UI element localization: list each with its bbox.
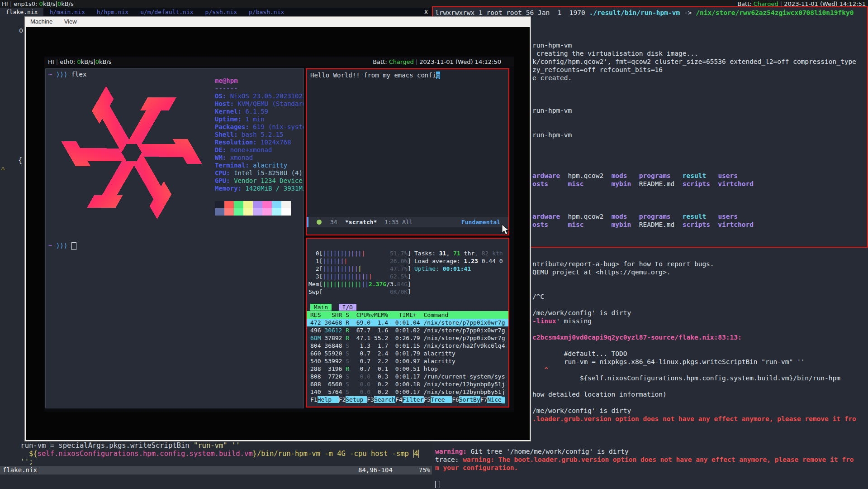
emacs-buffer-text: Hello World!! from my emacs config xyxy=(310,71,440,79)
vm-alacritty-pane[interactable]: ~ ⟩⟩⟩ flex xyxy=(45,68,304,408)
vim-cursor-position: 84,96-104 xyxy=(358,466,393,475)
vim-fragment: { xyxy=(18,156,22,164)
palette-swatch xyxy=(262,208,272,216)
vm-htop-pane[interactable]: 0[|||||||||||| 51.7%] 1[||||||| 26.0%] 2… xyxy=(306,238,509,408)
modeline-status-dot xyxy=(317,220,322,225)
mouse-cursor-icon xyxy=(500,224,510,235)
qemu-menu-bar: Machine View xyxy=(25,17,531,27)
modeline-major-mode: Fundamental xyxy=(461,217,500,227)
editor-tab-bar: flake.nix h/main.nixh/hpm.nixu/m/default… xyxy=(0,8,432,16)
palette-swatch xyxy=(215,201,224,208)
neofetch-separator: ------ xyxy=(215,85,238,92)
tab-list: h/main.nixh/hpm.nixu/m/default.nixp/ssh.… xyxy=(43,8,290,16)
htop-table-header[interactable]: RES SHR S CPU%▽MEM% TIME+ Command xyxy=(307,311,508,319)
tab-inactive[interactable]: p/bash.nix xyxy=(243,8,290,16)
neofetch-info: me@hpm ------ OS: NixOS 23.05.20231023Ho… xyxy=(215,77,304,192)
vm-status-bar: HI | eth0: 0kB/s|0kB/s Batt: Charged | 2… xyxy=(44,58,514,67)
host-network-status: HI | enp1s0: 0kB/s|0kB/s xyxy=(2,0,74,8)
menu-machine[interactable]: Machine xyxy=(30,18,52,25)
htop-cpu-memory-meters: 0[|||||||||||| 51.7%] 1[||||||| 26.0%] 2… xyxy=(308,249,411,296)
vim-buffer-text: run-vm = specialArgs.pkgs.writeScriptBin… xyxy=(4,441,419,466)
vim-filename: flake.nix xyxy=(3,466,37,475)
vm-battery-clock: Batt: Charged | 2023-11-01 (Wed) 14:12:5… xyxy=(373,58,501,67)
modeline-buffer-name: *scratch* xyxy=(345,217,377,227)
palette-swatch xyxy=(262,201,272,208)
warning-sign-icon: ⚠ xyxy=(1,164,5,172)
vim-scroll-percent: 75% xyxy=(419,466,430,475)
htop-tasks-summary: Tasks: 31, 71 thr, 82 kthLoad average: 1… xyxy=(414,249,508,273)
tab-inactive[interactable]: h/hpm.nix xyxy=(91,8,134,16)
vm-emacs-pane[interactable]: Hello World!! from my emacs config 34 *s… xyxy=(306,68,509,235)
menu-view[interactable]: View xyxy=(64,18,77,25)
htop-function-key-bar[interactable]: F1Help F2Setup F3SearchF4FilterF5Tree F6… xyxy=(310,396,505,403)
htop-process-rows[interactable]: 472 30468 R 69.0 1.4 0:01.04 /nix/store/… xyxy=(307,319,508,396)
modeline-buffer-number: 34 xyxy=(330,217,337,227)
color-palette-row xyxy=(215,208,291,216)
palette-swatch xyxy=(224,201,234,208)
palette-swatch xyxy=(272,201,281,208)
palette-swatch xyxy=(224,208,234,216)
palette-swatch xyxy=(234,208,243,216)
close-tab-icon[interactable]: X xyxy=(424,8,428,16)
palette-swatch xyxy=(253,208,262,216)
modeline-position: 1:33 All xyxy=(384,217,413,227)
emacs-cursor: g xyxy=(436,72,440,79)
tab-active[interactable]: flake.nix xyxy=(0,8,43,16)
palette-swatch xyxy=(281,201,291,208)
vim-fragment: o xyxy=(19,26,23,34)
vm-network-status: HI | eth0: 0kB/s|0kB/s xyxy=(48,58,112,67)
nixos-logo xyxy=(57,78,206,227)
vm-screen: HI | eth0: 0kB/s|0kB/s Batt: Charged | 2… xyxy=(26,27,530,440)
neofetch-user: me@hpm xyxy=(215,77,238,84)
palette-swatch xyxy=(234,201,243,208)
palette-swatch xyxy=(281,208,291,216)
shell-prompt: ~ ⟩⟩⟩ xyxy=(48,241,76,250)
shell-prompt: ~ ⟩⟩⟩ flex xyxy=(48,70,86,78)
tab-inactive[interactable]: h/main.nix xyxy=(43,8,90,16)
modeline-accent-bar xyxy=(307,217,308,227)
palette-swatch xyxy=(215,208,224,216)
color-palette-row xyxy=(215,201,291,208)
vm-framebuffer: HI | eth0: 0kB/s|0kB/s Batt: Charged | 2… xyxy=(44,57,514,412)
desktop: HI | enp1s0: 0kB/s|0kB/s Batt: Charged |… xyxy=(0,0,868,489)
palette-swatch xyxy=(243,201,253,208)
tab-inactive[interactable]: u/m/default.nix xyxy=(134,8,199,16)
palette-swatch xyxy=(272,208,281,216)
htop-screen-tabs[interactable]: Main I/O xyxy=(310,303,356,311)
neofetch-properties: OS: NixOS 23.05.20231023Host: KVM/QEMU (… xyxy=(215,92,304,192)
palette-swatch xyxy=(243,208,253,216)
palette-swatch xyxy=(253,201,262,208)
tab-inactive[interactable]: p/ssh.nix xyxy=(199,8,243,16)
emacs-modeline: 34 *scratch* 1:33 All Fundamental xyxy=(307,217,508,227)
qemu-vm-window[interactable]: Machine View HI | eth0: 0kB/s|0kB/s Batt… xyxy=(24,16,531,441)
vim-status-line: flake.nix 84,96-104 75% xyxy=(0,466,434,475)
